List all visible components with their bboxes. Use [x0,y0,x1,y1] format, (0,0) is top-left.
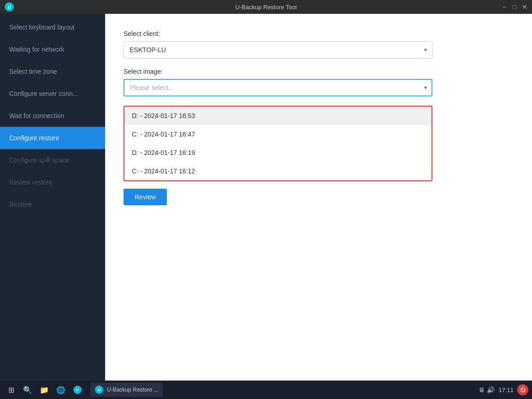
close-button[interactable]: ✕ [521,3,528,11]
taskbar-sys-icons: 🖥 🔊 [479,386,495,393]
taskbar-files-icon[interactable]: 📁 [37,382,52,397]
select-image-label: Select image: [124,68,514,75]
maximize-button[interactable]: □ [511,3,518,11]
select-client-dropdown[interactable]: ESKTOP-LU [124,41,432,59]
window-title: U-Backup Restore Tool [235,4,296,11]
dropdown-item-2[interactable]: C: - 2024-01-17 16:47 [124,125,432,143]
taskbar-app-label: U-Backup Restore ... [107,387,158,393]
dropdown-item-4[interactable]: C: - 2024-01-17 16:12 [124,162,432,180]
taskbar: ⊞ 🔍 📁 🌐 U U U-Backup Restore ... 🖥 🔊 17:… [0,381,532,399]
taskbar-browser-icon[interactable]: 🌐 [53,382,68,397]
app-logo: U [5,2,14,12]
taskbar-ubackup-icon[interactable]: U [70,382,85,397]
sidebar-item-restore: Restore [0,193,105,215]
select-client-wrapper: ESKTOP-LU ▾ [124,41,432,59]
sidebar: Select keyboard layout Waiting for netwo… [0,14,105,381]
select-client-group: Select client: ESKTOP-LU ▾ [124,30,514,59]
select-image-wrapper: Please select... ▾ [124,79,432,96]
select-image-dropdown[interactable]: Please select... [124,79,432,96]
sidebar-item-configure-restore[interactable]: Configure restore [0,127,105,149]
select-image-group: Select image: Please select... ▾ [124,68,514,96]
content-area: Select client: ESKTOP-LU ▾ Select image:… [105,14,532,381]
dropdown-item-3[interactable]: D: - 2024-01-17 16:19 [124,143,432,162]
volume-icon[interactable]: 🔊 [487,386,495,393]
review-button[interactable]: Review [124,189,167,205]
taskbar-time: 17:11 [498,387,514,393]
minimize-button[interactable]: − [501,3,508,11]
image-dropdown-list: D: - 2024-01-17 16:53 C: - 2024-01-17 16… [124,106,432,181]
taskbar-app-logo: U [95,386,103,394]
sidebar-item-wait-for-connection[interactable]: Wait for connection [0,105,105,127]
network-icon[interactable]: 🖥 [479,386,485,393]
sidebar-item-select-keyboard-layout[interactable]: Select keyboard layout [0,16,105,38]
sidebar-item-review-restore: Review restore [0,171,105,193]
taskbar-app-ubackup[interactable]: U U-Backup Restore ... [90,383,163,397]
taskbar-search-icon[interactable]: 🔍 [20,382,35,397]
select-client-label: Select client: [124,30,514,37]
taskbar-left: ⊞ 🔍 📁 🌐 U U U-Backup Restore ... [4,382,163,397]
sidebar-item-configure-server-conn[interactable]: Configure server conn... [0,83,105,105]
taskbar-start-icon[interactable]: ⊞ [4,382,18,397]
titlebar: U U-Backup Restore Tool − □ ✕ [0,0,532,14]
dropdown-item-1[interactable]: D: - 2024-01-17 16:53 [124,107,432,125]
sidebar-item-waiting-for-network[interactable]: Waiting for network [0,38,105,60]
sidebar-item-configure-spill-space: Configure spill space [0,149,105,171]
window-controls: − □ ✕ [501,3,528,11]
power-button[interactable]: ⏻ [517,384,528,395]
sidebar-item-select-time-zone[interactable]: Select time zone [0,60,105,83]
main-layout: Select keyboard layout Waiting for netwo… [0,14,532,381]
taskbar-right: 🖥 🔊 17:11 ⏻ [479,384,528,395]
